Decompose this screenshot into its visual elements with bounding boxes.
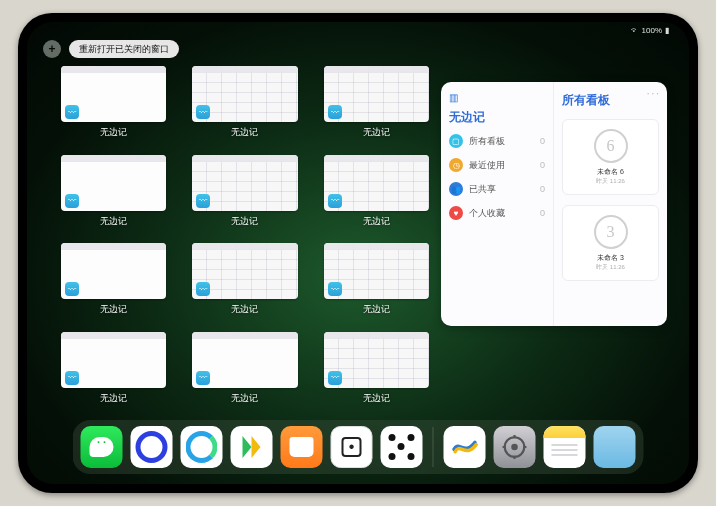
board-card[interactable]: 6未命名 6昨天 11:26: [562, 119, 659, 195]
new-window-button[interactable]: +: [43, 40, 61, 58]
window-thumbnail: 〰: [324, 332, 429, 388]
status-bar: ᯤ 100% ▮: [27, 22, 689, 38]
window-thumbnail: 〰: [61, 66, 166, 122]
freeform-app-icon: 〰: [328, 194, 342, 208]
more-icon[interactable]: ···: [647, 88, 661, 99]
dock: [73, 420, 644, 474]
battery-percent: 100%: [642, 26, 662, 35]
sidebar-toggle-icon[interactable]: ▥: [449, 92, 458, 103]
window-label: 无边记: [363, 126, 390, 139]
window-label: 无边记: [231, 215, 258, 228]
window-label: 无边记: [100, 303, 127, 316]
freeform-app-icon: 〰: [196, 194, 210, 208]
window-thumbnail: 〰: [61, 243, 166, 299]
freeform-app-icon: 〰: [65, 105, 79, 119]
window-label: 无边记: [100, 392, 127, 405]
freeform-app-icon: 〰: [196, 282, 210, 296]
category-icon: ▢: [449, 134, 463, 148]
window-label: 无边记: [231, 303, 258, 316]
category-label: 所有看板: [469, 135, 505, 148]
panel-title: 无边记: [449, 109, 545, 126]
window-label: 无边记: [363, 392, 390, 405]
window-thumbnail: 〰: [61, 155, 166, 211]
window-tile[interactable]: 〰无边记: [324, 66, 429, 141]
window-label: 无边记: [100, 215, 127, 228]
window-tile[interactable]: 〰无边记: [61, 66, 166, 141]
freeform-app-icon: 〰: [328, 282, 342, 296]
svg-point-1: [511, 444, 518, 451]
dock-app-game[interactable]: [331, 426, 373, 468]
window-label: 无边记: [363, 303, 390, 316]
window-thumbnail: 〰: [324, 243, 429, 299]
category-count: 0: [540, 160, 545, 170]
category-label: 个人收藏: [469, 207, 505, 220]
window-thumbnail: 〰: [61, 332, 166, 388]
board-glyph: 6: [594, 129, 628, 163]
window-tile[interactable]: 〰无边记: [192, 243, 297, 318]
window-thumbnail: 〰: [192, 66, 297, 122]
window-tile[interactable]: 〰无边记: [324, 155, 429, 230]
dock-app-play[interactable]: [231, 426, 273, 468]
category-row[interactable]: ◷最近使用0: [449, 158, 545, 172]
battery-icon: ▮: [665, 26, 669, 35]
window-label: 无边记: [231, 392, 258, 405]
category-row[interactable]: ♥个人收藏0: [449, 206, 545, 220]
screen: ᯤ 100% ▮ + 重新打开已关闭的窗口 〰无边记〰无边记〰无边记〰无边记〰无…: [27, 22, 689, 484]
category-count: 0: [540, 136, 545, 146]
category-count: 0: [540, 208, 545, 218]
dock-app-settings[interactable]: [494, 426, 536, 468]
window-tile[interactable]: 〰无边记: [61, 332, 166, 407]
window-thumbnail: 〰: [324, 66, 429, 122]
dock-app-notes[interactable]: [544, 426, 586, 468]
window-thumbnail: 〰: [192, 155, 297, 211]
freeform-app-icon: 〰: [65, 371, 79, 385]
panel-right-title: 所有看板: [562, 92, 659, 109]
freeform-app-icon: 〰: [65, 194, 79, 208]
category-row[interactable]: ▢所有看板0: [449, 134, 545, 148]
freeform-app-icon: 〰: [328, 105, 342, 119]
category-label: 已共享: [469, 183, 496, 196]
window-tile[interactable]: 〰无边记: [192, 155, 297, 230]
freeform-app-icon: 〰: [196, 105, 210, 119]
freeform-app-icon: 〰: [65, 282, 79, 296]
window-label: 无边记: [231, 126, 258, 139]
dock-app-qqbrowser[interactable]: [181, 426, 223, 468]
dock-app-wechat[interactable]: [81, 426, 123, 468]
board-timestamp: 昨天 11:26: [596, 177, 625, 186]
window-tile[interactable]: 〰无边记: [324, 243, 429, 318]
board-name: 未命名 3: [597, 253, 624, 263]
window-label: 无边记: [100, 126, 127, 139]
dock-app-graph[interactable]: [381, 426, 423, 468]
window-tile[interactable]: 〰无边记: [61, 155, 166, 230]
category-count: 0: [540, 184, 545, 194]
ipad-device: ᯤ 100% ▮ + 重新打开已关闭的窗口 〰无边记〰无边记〰无边记〰无边记〰无…: [18, 13, 698, 493]
app-expose-grid: 〰无边记〰无边记〰无边记〰无边记〰无边记〰无边记〰无边记〰无边记〰无边记〰无边记…: [61, 66, 429, 406]
window-tile[interactable]: 〰无边记: [324, 332, 429, 407]
category-row[interactable]: 👥已共享0: [449, 182, 545, 196]
dock-app-quark[interactable]: [131, 426, 173, 468]
dock-app-freeform[interactable]: [444, 426, 486, 468]
category-label: 最近使用: [469, 159, 505, 172]
window-tile[interactable]: 〰无边记: [192, 332, 297, 407]
dock-app-folder[interactable]: [594, 426, 636, 468]
window-label: 无边记: [363, 215, 390, 228]
dock-app-books[interactable]: [281, 426, 323, 468]
window-tile[interactable]: 〰无边记: [61, 243, 166, 318]
board-timestamp: 昨天 11:26: [596, 263, 625, 272]
board-card[interactable]: 3未命名 3昨天 11:26: [562, 205, 659, 281]
window-thumbnail: 〰: [192, 332, 297, 388]
window-thumbnail: 〰: [324, 155, 429, 211]
wifi-icon: ᯤ: [631, 26, 639, 35]
board-glyph: 3: [594, 215, 628, 249]
category-icon: ◷: [449, 158, 463, 172]
category-icon: ♥: [449, 206, 463, 220]
freeform-app-icon: 〰: [196, 371, 210, 385]
freeform-sidebar-window[interactable]: ▥ ··· 无边记 ▢所有看板0◷最近使用0👥已共享0♥个人收藏0 所有看板 6…: [441, 82, 667, 326]
dock-separator: [433, 427, 434, 467]
freeform-app-icon: 〰: [328, 371, 342, 385]
board-name: 未命名 6: [597, 167, 624, 177]
category-icon: 👥: [449, 182, 463, 196]
window-thumbnail: 〰: [192, 243, 297, 299]
window-tile[interactable]: 〰无边记: [192, 66, 297, 141]
reopen-closed-window-button[interactable]: 重新打开已关闭的窗口: [69, 40, 179, 58]
